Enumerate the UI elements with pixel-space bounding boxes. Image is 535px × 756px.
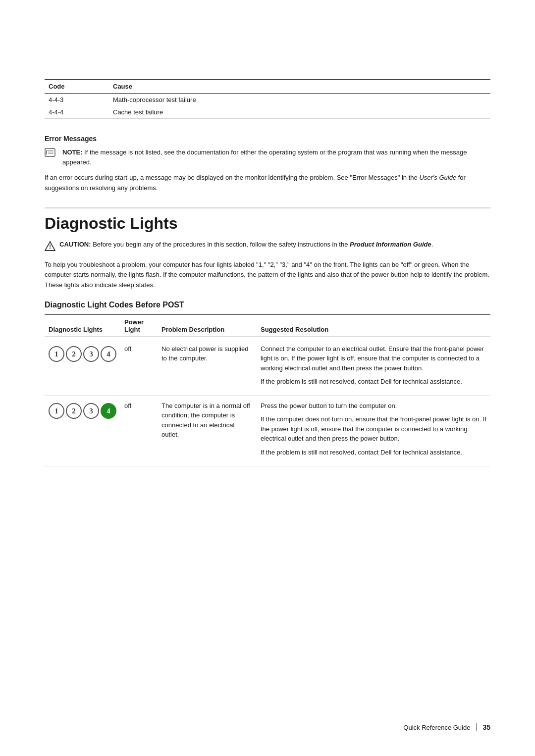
resolution-para: If the problem is still not resolved, co…: [261, 377, 486, 387]
light-1: 1: [49, 346, 64, 362]
light-1: 1: [49, 403, 64, 419]
lights-cell: 1 2 3 4: [45, 396, 120, 466]
cause-header: Cause: [109, 80, 490, 94]
code-header: Code: [45, 80, 109, 94]
footer-divider: [476, 723, 477, 731]
caution-triangle-icon: !: [45, 241, 55, 253]
caution-box: ! CAUTION: Before you begin any of the p…: [45, 240, 490, 253]
diagnostic-body-para: To help you troubleshoot a problem, your…: [45, 260, 490, 291]
cause-cell: Cache test failure: [109, 106, 490, 119]
table-row: 4-4-4 Cache test failure: [45, 106, 490, 119]
light-2: 2: [66, 403, 82, 419]
light-3: 3: [83, 346, 99, 362]
light-2: 2: [66, 346, 82, 362]
table-row: 1 2 3 4 off No electrical power is suppl…: [45, 337, 490, 396]
light-circles-2: 1 2 3 4: [49, 403, 116, 419]
page-footer: Quick Reference Guide 35: [403, 723, 490, 731]
page: Code Cause 4-4-3 Math-coprocessor test f…: [0, 0, 535, 756]
caution-text: CAUTION: Before you begin any of the pro…: [59, 240, 433, 250]
svg-text:!: !: [49, 244, 51, 251]
note-text: NOTE: If the message is not listed, see …: [62, 148, 490, 167]
diagnostic-lights-heading: Diagnostic Lights: [45, 207, 490, 233]
lights-cell: 1 2 3 4: [45, 337, 120, 396]
power-cell: off: [120, 337, 158, 396]
th-lights: Diagnostic Lights: [45, 314, 120, 337]
light-circles-1: 1 2 3 4: [49, 346, 116, 362]
resolution-para: If the computer does not turn on, ensure…: [261, 414, 486, 444]
table-row: 1 2 3 4 off The computer is in a normal …: [45, 396, 490, 466]
note-icon: [45, 148, 58, 159]
footer-label: Quick Reference Guide: [403, 724, 470, 731]
note-box: NOTE: If the message is not listed, see …: [45, 148, 490, 167]
resolution-cell: Press the power button to turn the compu…: [257, 396, 490, 466]
table-row: 4-4-3 Math-coprocessor test failure: [45, 94, 490, 106]
light-4-green: 4: [101, 403, 116, 419]
resolution-cell: Connect the computer to an electrical ou…: [257, 337, 490, 396]
resolution-para: Connect the computer to an electrical ou…: [261, 344, 486, 373]
th-resolution: Suggested Resolution: [257, 314, 490, 337]
code-cell: 4-4-4: [45, 106, 109, 119]
problem-cell: The computer is in a normal off conditio…: [158, 396, 257, 466]
error-messages-title: Error Messages: [45, 135, 490, 143]
code-cell: 4-4-3: [45, 94, 109, 106]
problem-cell: No electrical power is supplied to the c…: [158, 337, 257, 396]
light-4: 4: [101, 346, 116, 362]
power-cell: off: [120, 396, 158, 466]
resolution-para: If the problem is still not resolved, co…: [261, 448, 486, 457]
error-messages-section: Error Messages NOTE: If the message is n…: [45, 135, 490, 194]
th-problem: Problem Description: [158, 314, 257, 337]
th-power: PowerLight: [120, 314, 158, 337]
code-cause-table: Code Cause 4-4-3 Math-coprocessor test f…: [45, 79, 490, 119]
note-body: If the message is not listed, see the do…: [62, 149, 467, 166]
footer-page-number: 35: [482, 723, 490, 731]
light-3: 3: [83, 403, 99, 419]
resolution-para: Press the power button to turn the compu…: [261, 401, 486, 411]
error-body: If an error occurs during start-up, a me…: [45, 173, 490, 194]
cause-cell: Math-coprocessor test failure: [109, 94, 490, 106]
diag-subtitle: Diagnostic Light Codes Before POST: [45, 301, 490, 309]
note-label: NOTE:: [62, 149, 82, 156]
diagnostic-table: Diagnostic Lights PowerLight Problem Des…: [45, 314, 490, 467]
